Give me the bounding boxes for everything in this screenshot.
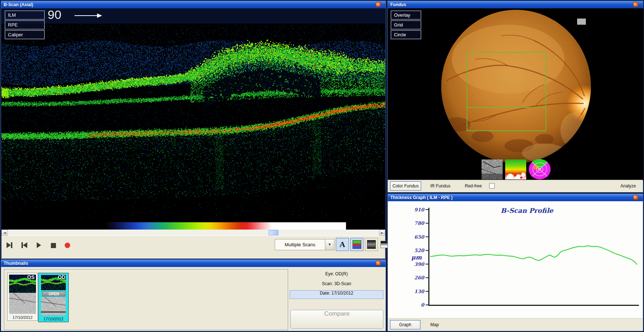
tab-ir-fundus[interactable]: IR Fundus [430, 183, 450, 189]
fundus-titlebar: Fundus [388, 1, 643, 8]
bscan-panel-button[interactable] [376, 2, 381, 7]
thickness-panel-button[interactable] [633, 195, 638, 200]
thumbnail-date-od: 17/10/2012 [39, 317, 68, 321]
scan-angle-value: 90 [48, 8, 61, 22]
thumbnails-titlebar: Thumbnails [1, 260, 386, 267]
fundus-panel-button[interactable] [633, 2, 638, 7]
compare-button[interactable]: Compare [290, 310, 383, 329]
scan-info: Scan: 3D-Scan [289, 281, 384, 286]
thickness-tab-bar: Graph Map [388, 318, 643, 331]
tab-color-fundus[interactable]: Color Fundus [390, 181, 421, 191]
scroll-left-icon[interactable]: ◄ [1, 230, 8, 236]
bscan-panel: B-Scan (Axial) ILM RPE Caliper 90 ◄ ► Mu… [1, 1, 386, 259]
open-badge[interactable]: OPEN [42, 291, 65, 296]
bscan-horizontal-scrollbar[interactable]: ◄ ► [1, 230, 385, 236]
scan-mode-dropdown[interactable]: Multiple Scans [275, 239, 325, 250]
dark-gradient-icon [367, 240, 376, 249]
annotation-text-button[interactable]: A [336, 238, 349, 251]
svg-text:520: 520 [414, 248, 425, 253]
eye-info: Eye: OD(R) [289, 271, 384, 276]
thumbnails-title: Thumbnails [4, 261, 28, 266]
bscan-profile-chart: 0130260390520650780910µmB-Scan Profile [388, 201, 642, 318]
scrollbar-thumb[interactable] [269, 230, 278, 235]
intensity-colorbar [107, 222, 346, 230]
skip-to-start-icon[interactable] [21, 242, 27, 248]
stop-icon[interactable] [51, 243, 56, 248]
etdrs-grid-thumbnail[interactable] [528, 158, 551, 180]
svg-text:0: 0 [421, 302, 425, 308]
record-icon[interactable] [65, 243, 70, 248]
dropdown-arrow-icon[interactable]: ▼ [325, 239, 334, 250]
eye-label-os: OS [27, 274, 35, 280]
caliper-button[interactable]: Caliper [5, 30, 45, 39]
circle-button[interactable]: Circle [391, 30, 421, 39]
ir-thumbnail[interactable] [482, 159, 503, 179]
thickness-titlebar: Thickness Graph ( ILM - RPE ) [388, 194, 643, 201]
svg-text:µm: µm [411, 254, 422, 261]
fundus-tab-bar: Color Fundus IR Fundus Red-free Analyze [388, 180, 643, 192]
camera-notch [577, 19, 586, 25]
svg-text:910: 910 [414, 207, 425, 212]
svg-text:B-Scan Profile: B-Scan Profile [501, 207, 554, 214]
svg-text:260: 260 [414, 275, 425, 280]
scroll-right-icon[interactable]: ► [379, 230, 385, 236]
thickness-map-thumbnail[interactable] [505, 159, 526, 179]
red-free-checkbox[interactable] [489, 183, 495, 189]
color-gradient-icon [353, 240, 361, 249]
svg-text:130: 130 [414, 289, 425, 294]
play-icon[interactable] [37, 242, 41, 248]
tab-red-free[interactable]: Red-free [465, 183, 482, 189]
thickness-chart-area: 0130260390520650780910µmB-Scan Profile [388, 201, 643, 319]
ilm-button[interactable]: ILM [5, 11, 45, 20]
tab-map[interactable]: Map [430, 322, 439, 327]
rpe-button[interactable]: RPE [5, 20, 45, 29]
thumbnail-list: OS 17/10/2012 OD OPEN 17/10/2012 [4, 269, 288, 330]
od-fundus-preview [41, 297, 66, 315]
eye-label-od: OD [58, 274, 65, 280]
thumbnail-date-os: 17/10/2012 [8, 315, 37, 320]
oct-bscan-image[interactable] [1, 8, 385, 222]
letter-a-icon: A [339, 240, 345, 249]
thumbnails-panel: Thumbnails OS 17/10/2012 OD OPEN 17/10/2… [1, 259, 386, 331]
thumbnail-os[interactable]: OS 17/10/2012 [7, 273, 38, 321]
bscan-title: B-Scan (Axial) [4, 2, 33, 7]
fundus-photo[interactable] [388, 8, 643, 181]
thickness-title: Thickness Graph ( ILM - RPE ) [390, 195, 452, 200]
os-fundus-preview [9, 293, 36, 314]
fundus-title: Fundus [390, 2, 406, 7]
bscan-toolbar: Multiple Scans ▼ A [1, 236, 385, 259]
overlay-button[interactable]: Overlay [391, 11, 421, 20]
svg-text:390: 390 [414, 262, 425, 267]
date-field[interactable]: Date: 17/10/2012 [290, 290, 383, 299]
skip-to-end-icon[interactable] [7, 242, 12, 248]
scan-direction-arrow-icon [74, 12, 104, 19]
svg-text:650: 650 [414, 234, 425, 240]
analyze-button[interactable]: Analyze [620, 183, 636, 189]
application-window: B-Scan (Axial) ILM RPE Caliper 90 ◄ ► Mu… [0, 0, 644, 332]
thickness-graph-panel: Thickness Graph ( ILM - RPE ) 0130260390… [387, 194, 643, 331]
thumbnails-panel-button[interactable] [376, 261, 381, 266]
grayscale-palette-button[interactable] [365, 238, 378, 251]
grid-button[interactable]: Grid [391, 20, 421, 29]
thumbnail-od-selected[interactable]: OD OPEN 17/10/2012 [38, 273, 69, 322]
svg-text:780: 780 [414, 220, 425, 226]
tab-graph[interactable]: Graph [390, 320, 420, 329]
fundus-panel: Fundus [387, 1, 643, 193]
color-palette-button[interactable] [350, 238, 363, 251]
bscan-titlebar: B-Scan (Axial) [1, 1, 386, 8]
